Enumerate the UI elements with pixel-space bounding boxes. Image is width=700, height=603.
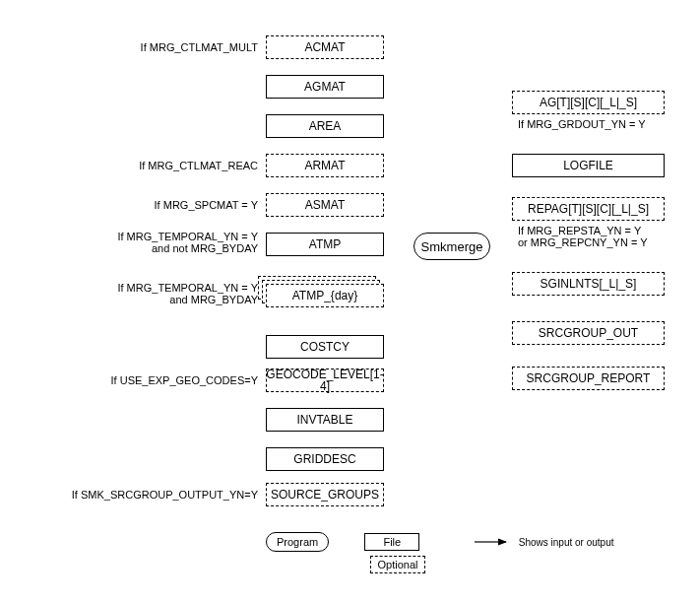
input-node: ASMAT xyxy=(266,193,384,217)
output-node: SGINLNTS[_L|_S] xyxy=(512,272,665,296)
legend: Program File Optional xyxy=(266,532,425,573)
input-condition: If MRG_SPCMAT = Y xyxy=(155,199,258,211)
input-node: ATMP_{day} xyxy=(266,284,384,307)
input-condition: If MRG_TEMPORAL_YN = Yand not MRG_BYDAY xyxy=(117,231,258,254)
legend-program: Program xyxy=(266,532,329,552)
input-condition: If MRG_TEMPORAL_YN = Yand MRG_BYDAY xyxy=(117,282,258,305)
input-condition: If SMK_SRCGROUP_OUTPUT_YN=Y xyxy=(72,489,258,501)
input-node: COSTCY xyxy=(266,335,384,359)
output-node: SRCGROUP_OUT xyxy=(512,321,665,345)
output-node: REPAG[T][S][C][_L|_S] xyxy=(512,197,665,221)
input-node: ATMP xyxy=(266,233,384,256)
input-condition: If MRG_CTLMAT_REAC xyxy=(139,160,258,171)
input-node: GRIDDESC xyxy=(266,447,384,471)
output-condition: If MRG_REPSTA_YN = Yor MRG_REPCNY_YN = Y xyxy=(518,225,648,248)
input-condition: If USE_EXP_GEO_CODES=Y xyxy=(111,374,258,386)
input-node: GEOCODE_LEVEL[1-4] xyxy=(266,368,384,392)
input-node: ARMAT xyxy=(266,154,384,177)
output-condition: If MRG_GRDOUT_YN = Y xyxy=(518,118,646,130)
output-node: SRCGROUP_REPORT xyxy=(512,367,665,390)
legend-optional: Optional xyxy=(370,556,425,573)
input-condition: If MRG_CTLMAT_MULT xyxy=(141,41,258,53)
input-node: ACMAT xyxy=(266,35,384,59)
legend-file: File xyxy=(364,533,419,551)
output-node: LOGFILE xyxy=(512,154,665,177)
input-node: AREA xyxy=(266,114,384,138)
program-node: Smkmerge xyxy=(414,233,490,260)
legend-arrow: Shows input or output xyxy=(473,536,614,548)
input-node: INVTABLE xyxy=(266,408,384,432)
input-node: SOURCE_GROUPS xyxy=(266,483,384,506)
output-node: AG[T][S][C][_L|_S] xyxy=(512,91,665,114)
input-node: AGMAT xyxy=(266,75,384,99)
